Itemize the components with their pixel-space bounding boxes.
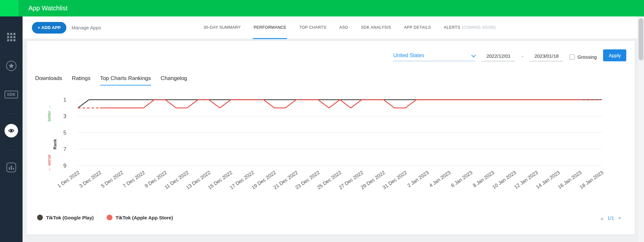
brand-logo	[0, 0, 18, 16]
svg-text:23 Dec 2022: 23 Dec 2022	[294, 170, 321, 190]
legend-item-google-play[interactable]: TikTok (Google Play)	[37, 215, 94, 220]
star-circle-icon	[6, 60, 17, 71]
svg-text:2 Jan 2023: 2 Jan 2023	[406, 170, 430, 188]
tab-top-charts[interactable]: TOP CHARTS	[299, 16, 327, 39]
svg-text:31 Dec 2022: 31 Dec 2022	[381, 170, 408, 190]
tab-alerts-coming-soon: (COMING SOON)	[462, 25, 496, 30]
svg-text:5: 5	[63, 130, 66, 136]
svg-text:← worse: ← worse	[47, 155, 52, 171]
tab-aso[interactable]: ASO	[339, 16, 349, 39]
svg-text:7: 7	[63, 146, 66, 152]
rank-chart: 13579better →Rank← worse1 Dec 20223 Dec …	[27, 89, 632, 208]
legend-label: TikTok (Apple App Store)	[116, 215, 173, 220]
grossing-toggle[interactable]: Grossing	[570, 54, 597, 61]
sidebar-item-apps[interactable]	[0, 30, 23, 44]
tab-top-charts-rankings[interactable]: Top Charts Rankings	[100, 75, 151, 86]
tab-performance[interactable]: PERFORMANCE	[253, 16, 287, 39]
svg-text:14 Jan 2023: 14 Jan 2023	[535, 170, 561, 190]
sidebar-item-sdk[interactable]: SDK	[0, 87, 23, 102]
top-nav-tabs: 30-DAY SUMMARY PERFORMANCE TOP CHARTS AS…	[203, 16, 496, 39]
country-select-value: United States	[393, 53, 424, 58]
svg-text:18 Jan 2023: 18 Jan 2023	[579, 170, 604, 190]
svg-text:5 Dec 2022: 5 Dec 2022	[100, 170, 124, 189]
svg-text:better →: better →	[47, 105, 52, 121]
scrollbar-track[interactable]	[638, 16, 644, 242]
manage-apps-link[interactable]: Manage Apps	[72, 16, 101, 39]
svg-text:1: 1	[63, 97, 66, 103]
svg-text:19 Dec 2022: 19 Dec 2022	[251, 170, 277, 190]
svg-text:3: 3	[63, 113, 66, 119]
toolbar: + ADD APP Manage Apps 30-DAY SUMMARY PER…	[23, 16, 644, 39]
svg-text:1 Dec 2022: 1 Dec 2022	[56, 170, 81, 189]
svg-text:7 Dec 2022: 7 Dec 2022	[122, 170, 146, 189]
svg-text:17 Dec 2022: 17 Dec 2022	[229, 170, 255, 190]
chart-pagination: ▲ 1/1 ▼	[600, 215, 622, 221]
sidebar-item-watchlist[interactable]	[0, 124, 23, 138]
tab-changelog[interactable]: Changelog	[161, 75, 187, 86]
sidebar-item-analytics[interactable]	[0, 160, 23, 175]
grossing-label: Grossing	[577, 54, 597, 60]
svg-text:25 Dec 2022: 25 Dec 2022	[316, 170, 342, 190]
apply-button[interactable]: Apply	[603, 49, 626, 61]
tab-30-day-summary[interactable]: 30-DAY SUMMARY	[203, 16, 241, 39]
tab-alerts-label: ALERTS	[444, 25, 460, 30]
rank-chart-canvas: 13579better →Rank← worse1 Dec 20223 Dec …	[27, 89, 632, 208]
page-down-arrow[interactable]: ▼	[617, 216, 622, 221]
svg-text:12 Jan 2023: 12 Jan 2023	[513, 170, 539, 190]
svg-text:3 Dec 2022: 3 Dec 2022	[78, 170, 102, 189]
sidebar-item-featured[interactable]	[0, 59, 23, 73]
top-bar: App Watchlist	[0, 0, 644, 16]
apple-app-store-series-dot	[107, 215, 112, 220]
chevron-down-icon	[471, 53, 476, 57]
legend-label: TikTok (Google Play)	[46, 215, 94, 220]
date-to-input[interactable]	[530, 53, 563, 61]
eye-icon	[7, 126, 16, 135]
svg-text:13 Dec 2022: 13 Dec 2022	[185, 170, 211, 190]
svg-text:Rank: Rank	[53, 139, 57, 149]
svg-text:9: 9	[63, 163, 66, 169]
tab-downloads[interactable]: Downloads	[35, 75, 62, 86]
svg-text:27 Dec 2022: 27 Dec 2022	[338, 170, 364, 190]
svg-text:21 Dec 2022: 21 Dec 2022	[272, 170, 299, 190]
date-range-separator: -	[522, 54, 523, 61]
panel-tabs: Downloads Ratings Top Charts Rankings Ch…	[35, 75, 187, 86]
sidebar-divider	[5, 150, 18, 150]
add-app-button[interactable]: + ADD APP	[32, 22, 66, 34]
tab-app-details[interactable]: APP DETAILS	[403, 16, 432, 39]
date-from-input[interactable]	[482, 53, 515, 61]
apps-grid-icon	[7, 33, 16, 42]
svg-text:16 Jan 2023: 16 Jan 2023	[557, 170, 582, 190]
country-select[interactable]: United States	[393, 53, 475, 61]
sidebar-divider	[5, 113, 18, 114]
page-up-arrow[interactable]: ▲	[600, 216, 604, 221]
sdk-icon: SDK	[5, 91, 18, 98]
scrollbar-thumb[interactable]	[639, 18, 643, 60]
google-play-series-dot	[37, 215, 43, 220]
bar-chart-icon	[6, 162, 16, 173]
tab-alerts[interactable]: ALERTS (COMING SOON)	[443, 16, 496, 39]
svg-text:6 Jan 2023: 6 Jan 2023	[450, 170, 474, 188]
chart-legend: TikTok (Google Play) TikTok (Apple App S…	[37, 215, 173, 220]
grossing-checkbox[interactable]	[570, 55, 575, 60]
svg-text:15 Dec 2022: 15 Dec 2022	[207, 170, 233, 190]
sidebar: SDK	[0, 16, 23, 242]
tab-sdk-analysis[interactable]: SDK ANALYSIS	[360, 16, 392, 39]
watchlist-panel: United States - Grossing Apply Downloads…	[27, 41, 635, 235]
page-indicator: 1/1	[607, 215, 614, 221]
page-title: App Watchlist	[28, 0, 68, 16]
tab-ratings[interactable]: Ratings	[72, 75, 91, 86]
svg-text:29 Dec 2022: 29 Dec 2022	[360, 170, 386, 190]
filter-bar: United States - Grossing Apply	[393, 49, 626, 61]
legend-item-apple-app-store[interactable]: TikTok (Apple App Store)	[107, 215, 173, 220]
svg-text:10 Jan 2023: 10 Jan 2023	[491, 170, 517, 190]
svg-text:4 Jan 2023: 4 Jan 2023	[428, 170, 452, 188]
